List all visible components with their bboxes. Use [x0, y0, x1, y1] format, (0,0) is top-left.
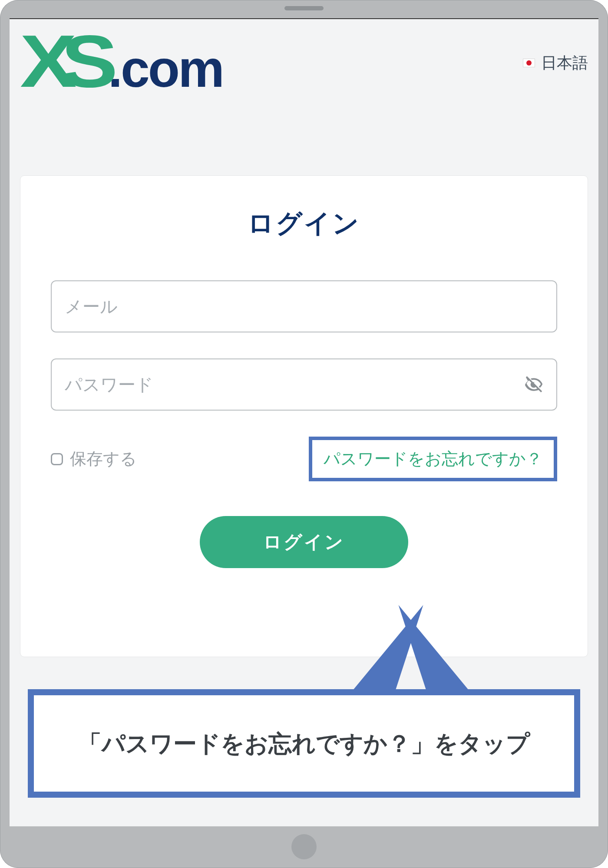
forgot-password-highlight: パスワードをお忘れですか？ [309, 437, 557, 481]
login-title: ログイン [51, 206, 557, 241]
remember-me[interactable]: 保存する [51, 448, 137, 470]
instruction-text: 「パスワードをお忘れですか？」をタップ [78, 726, 530, 761]
brand-logo: X S .com [20, 31, 223, 95]
logo-dotcom: .com [108, 43, 223, 95]
visibility-off-icon[interactable] [524, 375, 543, 394]
tablet-frame: X S .com 日本語 ログイン [0, 0, 608, 868]
language-label: 日本語 [541, 53, 588, 74]
remember-me-label: 保存する [70, 448, 137, 470]
login-button[interactable]: ログイン [200, 516, 408, 568]
tablet-speaker [284, 6, 324, 10]
checkbox-icon [51, 453, 63, 465]
login-card: ログイン 保存する [20, 175, 588, 657]
flag-japan-icon [523, 59, 535, 67]
screen: X S .com 日本語 ログイン [10, 18, 598, 826]
language-selector[interactable]: 日本語 [523, 53, 588, 74]
logo-s: S [61, 31, 113, 92]
email-field-wrap [51, 280, 557, 332]
forgot-password-link[interactable]: パスワードをお忘れですか？ [324, 450, 542, 468]
email-field[interactable] [65, 297, 543, 316]
password-field-wrap [51, 358, 557, 411]
instruction-callout: 「パスワードをお忘れですか？」をタップ [28, 689, 580, 798]
tablet-home-button[interactable] [291, 834, 317, 859]
password-field[interactable] [65, 375, 524, 395]
